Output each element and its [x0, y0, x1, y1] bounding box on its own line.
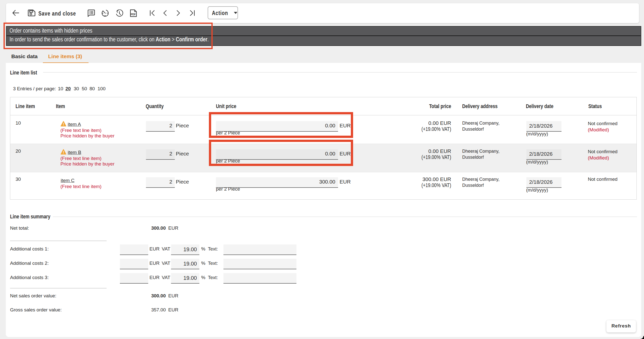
svg-text:PDF: PDF [131, 13, 136, 16]
